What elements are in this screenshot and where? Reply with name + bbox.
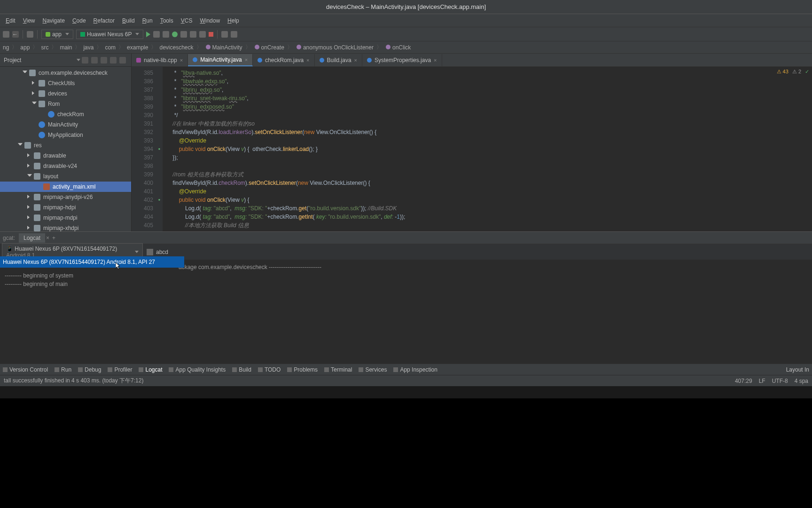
sync-icon[interactable] (3, 31, 9, 38)
tree-item-mipmap-mdpi[interactable]: mipmap-mdpi (0, 213, 131, 223)
editor-inspections[interactable]: ⚠ 43 ⚠ 2 ✓ (777, 69, 810, 75)
breadcrumb-item[interactable]: src (41, 44, 48, 51)
bottom-tab-terminal[interactable]: Terminal (324, 366, 352, 373)
logcat-filter[interactable] (147, 249, 810, 255)
apply-changes-icon[interactable] (153, 31, 160, 38)
tree-item-layout[interactable]: layout (0, 171, 131, 182)
logcat-device-selector[interactable]: 📱 Huawei Nexus 6P (8XV7N16154409172) And… (2, 243, 143, 261)
close-icon[interactable]: × (306, 57, 309, 63)
tree-item-drawable[interactable]: drawable (0, 151, 131, 161)
run-icon[interactable] (146, 32, 150, 37)
collapse-icon[interactable] (101, 57, 107, 64)
breadcrumb-item[interactable]: onClick (385, 44, 411, 51)
tab-systemproperties-java[interactable]: SystemProperties.java× (362, 54, 442, 66)
hide-icon[interactable] (119, 57, 126, 64)
avd-icon[interactable] (231, 31, 237, 38)
tree-item-devices[interactable]: devices (0, 88, 131, 99)
logcat-tab[interactable]: Logcat (19, 233, 45, 243)
add-tab-icon[interactable]: + (52, 235, 55, 241)
open-icon[interactable] (27, 31, 33, 38)
breadcrumb-item[interactable]: ng (3, 44, 9, 51)
bottom-tab-app-quality-insights[interactable]: App Quality Insights (169, 366, 226, 373)
bottom-tab-profiler[interactable]: Profiler (108, 366, 132, 373)
attach-debugger-icon[interactable] (199, 31, 206, 38)
tree-item-mipmap-anydpi-v26[interactable]: mipmap-anydpi-v26 (0, 192, 131, 202)
tree-item-mainactivity[interactable]: MainActivity (0, 119, 131, 130)
profile-icon[interactable] (190, 31, 196, 38)
menu-code[interactable]: Code (72, 17, 86, 24)
breadcrumb-item[interactable]: main (60, 44, 72, 51)
breadcrumb-item[interactable]: MainActivity (205, 44, 242, 51)
bottom-tab-app-inspection[interactable]: App Inspection (393, 366, 437, 373)
breadcrumb-item[interactable]: example (127, 44, 148, 51)
tab-checkrom-java[interactable]: checkRom.java× (253, 54, 314, 66)
tab-mainactivity-java[interactable]: MainActivity.java× (188, 54, 253, 66)
git-icon[interactable] (221, 31, 228, 38)
tree-item-mipmap-hdpi[interactable]: mipmap-hdpi (0, 202, 131, 213)
stop-icon[interactable] (209, 32, 213, 37)
close-icon[interactable]: × (245, 57, 248, 63)
status-indicator[interactable]: LF (759, 378, 765, 384)
bottom-tab-debug[interactable]: Debug (78, 366, 101, 373)
status-indicator[interactable]: UTF-8 (772, 378, 788, 384)
tree-item-activity-main-xml[interactable]: activity_main.xml (0, 182, 131, 192)
breadcrumb-item[interactable]: devicescheck (159, 44, 193, 51)
bottom-tab-layout[interactable]: Layout In (786, 366, 809, 373)
status-indicator[interactable]: 4 spa (795, 378, 808, 384)
device-dropdown[interactable]: Huawei Nexus 6P (76, 30, 143, 39)
logcat-output[interactable]: ackage com.example.devicescheck --------… (0, 260, 812, 364)
bottom-tab-build[interactable]: Build (232, 366, 251, 373)
tree-item-res[interactable]: res (0, 140, 131, 151)
breadcrumb-item[interactable]: onCreate (254, 44, 284, 51)
close-icon[interactable]: × (180, 57, 183, 63)
expand-icon[interactable] (91, 57, 98, 64)
bottom-tab-problems[interactable]: Problems (287, 366, 318, 373)
bottom-tab-run[interactable]: Run (55, 366, 71, 373)
close-icon[interactable]: × (354, 57, 357, 63)
back-icon[interactable]: ← (12, 31, 19, 38)
status-indicator[interactable]: 407:29 (735, 378, 752, 384)
bottom-tab-services[interactable]: Services (359, 366, 387, 373)
menu-view[interactable]: View (23, 17, 35, 24)
bottom-tab-todo[interactable]: TODO (258, 366, 281, 373)
tab-build-java[interactable]: Build.java× (315, 54, 362, 66)
menu-refactor[interactable]: Refactor (94, 17, 115, 24)
logcat-device-popup-item[interactable]: Huawei Nexus 6P (8XV7N16154409172) Andro… (0, 256, 184, 268)
menu-window[interactable]: Window (200, 17, 220, 24)
menu-help[interactable]: Help (227, 17, 239, 24)
bottom-tab-logcat[interactable]: Logcat (139, 366, 162, 373)
menu-tools[interactable]: Tools (160, 17, 173, 24)
tree-item-checkutils[interactable]: CheckUtils (0, 78, 131, 88)
chevron-down-icon[interactable] (77, 59, 80, 61)
target-icon[interactable] (82, 57, 88, 64)
close-icon[interactable]: × (434, 57, 437, 63)
breadcrumb-item[interactable]: app (20, 44, 30, 51)
menu-build[interactable]: Build (122, 17, 135, 24)
run-config-dropdown[interactable]: app (41, 30, 73, 39)
tree-item-drawable-v24[interactable]: drawable-v24 (0, 161, 131, 171)
tab-close-icon[interactable]: × (46, 235, 49, 241)
tree-item-myapplication[interactable]: MyApplication (0, 130, 131, 140)
breadcrumb-item[interactable]: java (83, 44, 94, 51)
bottom-tab-version-control[interactable]: Version Control (3, 366, 48, 373)
coverage-icon[interactable] (180, 31, 187, 38)
tree-item-com-example-devicescheck[interactable]: com.example.devicescheck (0, 68, 131, 78)
tree-item-rom[interactable]: Rom (0, 99, 131, 109)
menu-vcs[interactable]: VCS (181, 17, 193, 24)
tab-native-lib-cpp[interactable]: native-lib.cpp× (132, 54, 188, 66)
debug-icon[interactable] (172, 32, 178, 37)
logcat-filter-input[interactable] (156, 249, 250, 255)
sidebar-title[interactable]: Project (4, 57, 75, 64)
menu-edit[interactable]: Edit (6, 17, 16, 24)
gear-icon[interactable] (110, 57, 117, 64)
apply-code-icon[interactable] (163, 31, 169, 38)
code-view[interactable]: 3853863873883893903913923933943973983994… (132, 67, 812, 231)
tab-label: native-lib.cpp (144, 57, 177, 64)
breadcrumb-item[interactable]: com (105, 44, 116, 51)
tree-item-checkrom[interactable]: checkRom (0, 109, 131, 119)
code-body[interactable]: * "libva-native.so", * "libwhale.edxp.so… (163, 67, 812, 231)
tree-item-mipmap-xhdpi[interactable]: mipmap-xhdpi (0, 223, 131, 231)
breadcrumb-item[interactable]: anonymous OnClickListener (296, 44, 374, 51)
menu-navigate[interactable]: Navigate (43, 17, 65, 24)
menu-run[interactable]: Run (142, 17, 153, 24)
